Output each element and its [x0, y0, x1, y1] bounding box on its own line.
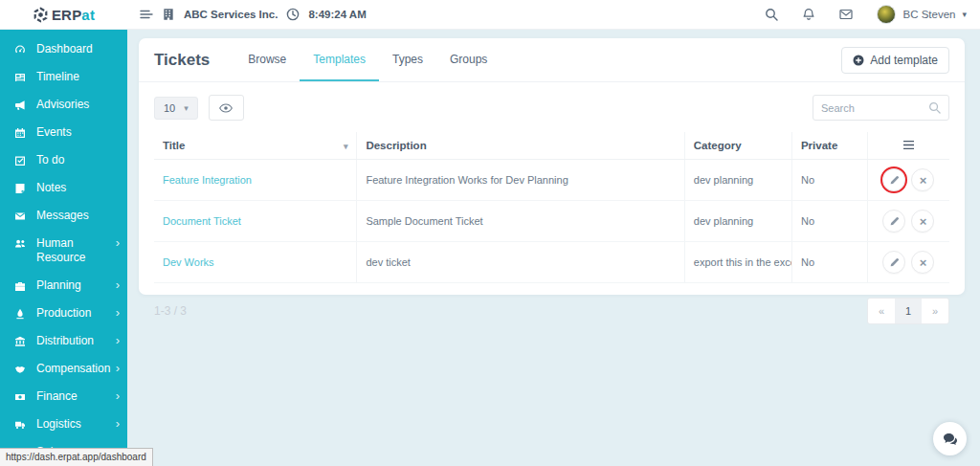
- add-template-button[interactable]: Add template: [841, 47, 949, 74]
- sidebar-item-label: Finance: [36, 389, 112, 404]
- sidebar-item-planning[interactable]: Planning›: [0, 272, 127, 300]
- chevron-right-icon: ›: [116, 417, 120, 430]
- user-menu[interactable]: BC Steven ▾: [877, 5, 967, 24]
- delete-button[interactable]: ×: [911, 251, 934, 274]
- page-title: Tickets: [154, 51, 210, 70]
- chevron-down-icon: ▾: [962, 10, 967, 19]
- column-header-category[interactable]: Category: [684, 132, 791, 160]
- eye-icon: [219, 103, 233, 113]
- distribution-icon: [13, 335, 27, 347]
- events-icon: [13, 126, 27, 139]
- pager-next-button[interactable]: »: [922, 299, 948, 323]
- tab-groups[interactable]: Groups: [436, 38, 501, 81]
- table-row: Dev Worksdev ticketexport this in the ex…: [154, 242, 949, 283]
- cell-actions: ×: [867, 160, 949, 201]
- table-row: Document TicketSample Document Ticketdev…: [154, 201, 949, 242]
- human-resource-icon: [13, 237, 27, 250]
- delete-button[interactable]: ×: [911, 168, 934, 191]
- pager: « 1 »: [867, 298, 949, 324]
- sidebar-item-dashboard[interactable]: Dashboard: [0, 35, 127, 63]
- messages-mail-icon[interactable]: [839, 8, 853, 21]
- sort-caret-icon: ▾: [344, 142, 348, 151]
- cell-title[interactable]: Document Ticket: [154, 201, 357, 242]
- sidebar-item-events[interactable]: Events: [0, 119, 127, 146]
- sidebar-item-timeline[interactable]: Timeline: [0, 63, 127, 91]
- notifications-bell-icon[interactable]: [802, 8, 815, 21]
- table-row: Feature IntegrationFeature Integration W…: [154, 160, 949, 201]
- sidebar-item-production[interactable]: Production›: [0, 300, 127, 327]
- messages-icon: [13, 210, 27, 222]
- sidebar-item-human-resource[interactable]: Human Resource›: [0, 230, 127, 272]
- erpat-cube-icon: [33, 7, 49, 23]
- sidebar-item-label: Production: [36, 306, 112, 321]
- sidebar-item-advisories[interactable]: Advisories: [0, 91, 127, 119]
- edit-button[interactable]: [882, 251, 905, 274]
- templates-table-body: Feature IntegrationFeature Integration W…: [154, 160, 949, 283]
- tab-templates[interactable]: Templates: [300, 38, 379, 81]
- sidebar-item-label: Dashboard: [36, 42, 120, 56]
- pager-page-1-button[interactable]: 1: [895, 299, 922, 323]
- tab-browse[interactable]: Browse: [234, 38, 300, 81]
- clock-icon: [286, 8, 300, 21]
- plus-circle-icon: [853, 55, 864, 66]
- dashboard-icon: [13, 43, 27, 55]
- chevron-right-icon: ›: [116, 334, 120, 346]
- sidebar-item-messages[interactable]: Messages: [0, 202, 127, 230]
- timeline-icon: [13, 71, 27, 83]
- company-icon: [162, 8, 175, 21]
- chevron-right-icon: ›: [116, 306, 120, 319]
- column-visibility-button[interactable]: [209, 95, 244, 121]
- cell-private: No: [791, 242, 867, 283]
- finance-icon: [13, 390, 27, 403]
- sidebar-item-finance[interactable]: Finance›: [0, 383, 127, 411]
- delete-button[interactable]: ×: [911, 210, 934, 233]
- chevron-right-icon: ›: [116, 389, 120, 402]
- sidebar-item-to-do[interactable]: To do: [0, 146, 127, 174]
- sidebar-toggle-icon[interactable]: [140, 8, 153, 21]
- column-header-title[interactable]: Title▾: [154, 132, 357, 160]
- tab-types[interactable]: Types: [379, 38, 436, 81]
- company-name[interactable]: ABC Services Inc.: [184, 9, 278, 20]
- cell-description: dev ticket: [357, 242, 684, 283]
- logistics-icon: [13, 418, 27, 431]
- cell-title[interactable]: Dev Works: [154, 242, 357, 283]
- column-header-actions[interactable]: [867, 132, 949, 160]
- cell-category: dev planning: [684, 201, 791, 242]
- page-size-select[interactable]: 10 ▾: [154, 97, 198, 120]
- tickets-tabs: BrowseTemplatesTypesGroups: [234, 38, 501, 81]
- search-icon[interactable]: [765, 8, 778, 21]
- search-icon: [928, 101, 941, 114]
- search-input[interactable]: [821, 102, 928, 114]
- chat-button[interactable]: [933, 422, 967, 455]
- user-name: BC Steven: [902, 9, 955, 20]
- chevron-down-icon: ▾: [184, 103, 189, 113]
- status-bar-url: https://dash.erpat.app/dashboard: [0, 448, 153, 466]
- edit-button[interactable]: [882, 168, 905, 191]
- column-header-private[interactable]: Private: [791, 132, 867, 160]
- pager-prev-button[interactable]: «: [868, 299, 895, 323]
- clock-time: 8:49:24 AM: [308, 9, 366, 20]
- sidebar-item-label: Events: [36, 125, 120, 140]
- templates-table: Title▾ Description Category Private Feat…: [154, 132, 949, 283]
- planning-icon: [13, 279, 27, 292]
- cell-title[interactable]: Feature Integration: [154, 160, 357, 201]
- chat-bubbles-icon: [943, 433, 958, 446]
- sidebar-item-logistics[interactable]: Logistics›: [0, 411, 127, 438]
- column-header-description[interactable]: Description: [357, 132, 684, 160]
- chevron-right-icon: ›: [116, 362, 120, 374]
- sidebar-item-notes[interactable]: Notes: [0, 174, 127, 202]
- card-header: Tickets BrowseTemplatesTypesGroups Add t…: [139, 38, 965, 82]
- table-header-row: Title▾ Description Category Private: [154, 132, 949, 160]
- app-logo[interactable]: ERPat: [0, 0, 127, 30]
- main-content: Tickets BrowseTemplatesTypesGroups Add t…: [127, 30, 980, 466]
- sidebar-item-label: Notes: [36, 181, 120, 195]
- logo-text: ERPat: [52, 7, 95, 23]
- cell-actions: ×: [867, 242, 949, 283]
- sidebar-item-label: To do: [36, 153, 120, 167]
- edit-button[interactable]: [882, 210, 905, 233]
- cell-category: dev planning: [684, 160, 791, 201]
- sidebar-item-compensation[interactable]: Compensation›: [0, 355, 127, 383]
- advisories-icon: [13, 99, 27, 111]
- sidebar-item-distribution[interactable]: Distribution›: [0, 327, 127, 355]
- table-search: [813, 95, 949, 121]
